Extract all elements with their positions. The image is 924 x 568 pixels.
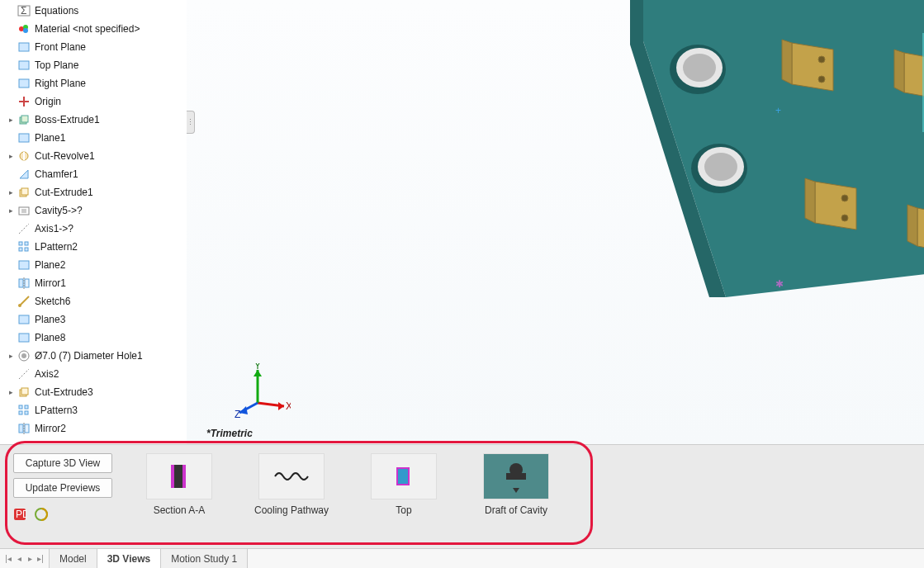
expand-toggle: [7, 134, 15, 142]
sketch-icon: [17, 294, 31, 309]
expand-toggle: [7, 297, 15, 305]
tree-item-cut-extrude1[interactable]: ▸Cut-Extrude1: [0, 183, 187, 201]
tree-item-label: Cavity5->?: [35, 205, 83, 216]
tree-item-label: Cut-Extrude1: [35, 187, 93, 198]
svg-rect-39: [397, 468, 409, 485]
tree-item-top-plane[interactable]: Top Plane: [0, 56, 187, 74]
svg-text:Y: Y: [254, 363, 261, 372]
expand-toggle: [7, 61, 15, 69]
pdf-icon[interactable]: PDF: [13, 508, 26, 523]
view-thumb-draft-of-cavity[interactable]: Draft of Cavity: [479, 453, 553, 516]
tree-item-7-0-7-diameter-hole1[interactable]: ▸Ø7.0 (7) Diameter Hole1: [0, 347, 187, 365]
tree-item-boss-extrude1[interactable]: ▸Boss-Extrude1: [0, 111, 187, 129]
tree-item-label: Material <not specified>: [35, 23, 140, 35]
tree-item-origin[interactable]: Origin: [0, 92, 187, 111]
tree-item-right-plane[interactable]: Right Plane: [0, 74, 187, 92]
pattern-icon: [17, 239, 31, 254]
view-thumb-top[interactable]: Top: [367, 453, 441, 516]
pattern-icon: [17, 403, 31, 418]
expand-toggle: [7, 279, 15, 287]
tree-item-mirror1[interactable]: Mirror1: [0, 274, 187, 292]
tree-item-front-plane[interactable]: Front Plane: [0, 38, 187, 56]
tree-item-cavity5[interactable]: ▸Cavity5->?: [0, 201, 187, 220]
svg-text:Z: Z: [235, 409, 240, 420]
tree-item-axis2[interactable]: Axis2: [0, 365, 187, 383]
tab-nav-prev[interactable]: ◂: [14, 554, 24, 563]
view-triad: X Y Z: [233, 363, 291, 421]
viewport-3d[interactable]: + ✱ X Y Z *Trimetric: [187, 0, 924, 444]
tree-item-label: Mirror1: [35, 277, 66, 289]
svg-point-11: [818, 76, 825, 83]
tab-nav-next[interactable]: ▸: [25, 554, 35, 563]
capture-3d-view-button[interactable]: Capture 3D View: [13, 453, 112, 473]
tab-nav-first[interactable]: |◂: [3, 554, 13, 563]
tree-item-lpattern3[interactable]: LPattern3: [0, 401, 187, 419]
view-thumb-section-a-a[interactable]: Section A-A: [142, 453, 216, 516]
expand-toggle: [7, 261, 15, 269]
plane-icon: [17, 330, 31, 345]
tab-nav-last[interactable]: ▸|: [36, 554, 45, 563]
tree-item-cut-extrude3[interactable]: ▸Cut-Extrude3: [0, 383, 187, 401]
expand-toggle[interactable]: ▸: [7, 116, 15, 124]
expand-toggle[interactable]: ▸: [7, 388, 15, 396]
tree-item-label: Origin: [35, 96, 61, 107]
svg-text:PDF: PDF: [16, 509, 26, 520]
mirror-icon: [17, 421, 31, 436]
tree-item-lpattern2[interactable]: LPattern2: [0, 238, 187, 256]
tree-item-axis1[interactable]: Axis1->?: [0, 220, 187, 238]
expand-toggle[interactable]: ▸: [7, 352, 15, 360]
expand-toggle: [7, 225, 15, 233]
tree-item-sketch6[interactable]: Sketch6: [0, 292, 187, 310]
tab-model[interactable]: Model: [50, 549, 97, 568]
tree-item-cut-revolve1[interactable]: ▸Cut-Revolve1: [0, 147, 187, 165]
cutext-icon: [17, 185, 31, 200]
feature-tree[interactable]: EquationsMaterial <not specified>Front P…: [0, 0, 187, 444]
tree-item-plane3[interactable]: Plane3: [0, 310, 187, 329]
expand-toggle: [7, 406, 15, 414]
tree-item-label: Axis2: [35, 368, 59, 380]
svg-point-4: [683, 54, 716, 82]
mirror-icon: [17, 276, 31, 291]
expand-toggle[interactable]: ▸: [7, 188, 15, 196]
tree-item-label: Plane8: [35, 332, 65, 343]
tree-item-material-not-specified[interactable]: Material <not specified>: [0, 20, 187, 38]
svg-rect-37: [171, 465, 174, 488]
edrawings-icon[interactable]: [35, 508, 48, 523]
tree-item-label: Plane3: [35, 314, 65, 325]
tree-item-label: LPattern3: [35, 405, 78, 416]
svg-marker-13: [805, 178, 815, 223]
plane-icon: [17, 258, 31, 272]
svg-marker-9: [782, 40, 792, 84]
tree-collapse-handle[interactable]: ⋮: [187, 111, 195, 134]
view-thumb-preview: [483, 453, 549, 499]
tab-nav[interactable]: |◂ ◂ ▸ ▸|: [0, 549, 50, 568]
tree-item-equations[interactable]: Equations: [0, 2, 187, 20]
expand-toggle[interactable]: ▸: [7, 206, 15, 215]
views-panel: Capture 3D View Update Previews PDF Sect…: [0, 444, 924, 548]
svg-marker-16: [904, 53, 924, 99]
view-thumb-label: Cooling Pathway: [254, 504, 329, 516]
plane-icon: [17, 312, 31, 327]
tree-item-plane2[interactable]: Plane2: [0, 256, 187, 274]
update-previews-button[interactable]: Update Previews: [13, 478, 112, 498]
tree-item-plane8[interactable]: Plane8: [0, 329, 187, 347]
tree-item-label: Right Plane: [35, 78, 86, 89]
expand-toggle[interactable]: ▸: [7, 152, 15, 160]
origin-icon: [17, 94, 31, 109]
svg-marker-12: [815, 182, 856, 230]
view-thumb-preview: [146, 453, 212, 499]
svg-marker-25: [278, 402, 284, 410]
tree-item-plane1[interactable]: Plane1: [0, 129, 187, 147]
tree-item-label: Top Plane: [35, 59, 78, 71]
svg-rect-38: [182, 465, 186, 488]
tree-item-mirror2[interactable]: Mirror2: [0, 419, 187, 438]
expand-toggle: [7, 97, 15, 106]
expand-toggle: [7, 315, 15, 324]
tab-3d-views[interactable]: 3D Views: [97, 549, 161, 568]
tree-item-label: Cut-Extrude3: [35, 386, 93, 398]
view-thumb-label: Section A-A: [154, 504, 206, 516]
tab-motion-study-1[interactable]: Motion Study 1: [161, 549, 248, 568]
view-thumb-cooling-pathway[interactable]: Cooling Pathway: [254, 453, 329, 516]
tree-item-chamfer1[interactable]: Chamfer1: [0, 165, 187, 183]
model-render: + ✱: [594, 0, 924, 297]
